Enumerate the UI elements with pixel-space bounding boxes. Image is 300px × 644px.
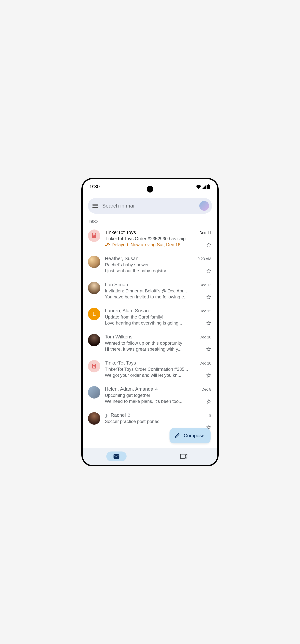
sender-name: Helen, Adam, Amanda4 xyxy=(105,386,158,392)
svg-marker-12 xyxy=(207,269,211,273)
email-list: TinkerTot ToysDec 11TinkerTot Toys Order… xyxy=(88,225,212,434)
email-date: Dec 10 xyxy=(199,361,211,366)
email-date: 9:23 AM xyxy=(198,257,211,261)
pencil-icon xyxy=(174,433,180,438)
email-date: Dec 12 xyxy=(199,309,211,313)
email-subject: Invitation: Dinner at Belotti's @ Dec Ap… xyxy=(105,288,211,294)
email-date: Dec 12 xyxy=(199,283,211,287)
email-date: Dec 10 xyxy=(199,335,211,339)
email-snippet: Hi there, it was great speaking with y..… xyxy=(105,346,205,352)
tab-meet[interactable] xyxy=(150,452,217,461)
svg-rect-3 xyxy=(92,233,93,234)
email-row[interactable]: TinkerTot ToysDec 11TinkerTot Toys Order… xyxy=(88,225,212,252)
cellular-icon xyxy=(202,184,206,189)
compose-button[interactable]: Compose xyxy=(169,428,211,444)
compose-label: Compose xyxy=(184,433,205,438)
truck-icon xyxy=(105,242,110,247)
svg-rect-25 xyxy=(114,454,119,459)
svg-rect-7 xyxy=(93,237,95,237)
email-snippet: You have been invited to the following e… xyxy=(105,294,205,300)
email-row[interactable]: Tom WilkensDec 10Wanted to follow up on … xyxy=(88,330,212,356)
reply-indicator-icon: ❯ xyxy=(105,413,108,418)
email-snippet: We need to make plans, it's been too... xyxy=(105,399,205,404)
email-date: Dec 11 xyxy=(199,231,211,235)
star-icon[interactable] xyxy=(206,268,211,273)
thread-count: 2 xyxy=(128,412,130,418)
sender-avatar[interactable] xyxy=(88,334,100,346)
sender-avatar[interactable] xyxy=(88,386,100,398)
sender-name: Tom Wilkens xyxy=(105,334,132,340)
svg-marker-22 xyxy=(207,373,211,377)
svg-rect-26 xyxy=(180,454,185,459)
email-snippet: Love hearing that everything is going... xyxy=(105,320,205,326)
svg-rect-0 xyxy=(207,185,210,189)
email-row[interactable]: LLauren, Alan, SusanDec 12Update from th… xyxy=(88,304,212,330)
wifi-icon xyxy=(196,184,201,189)
svg-rect-17 xyxy=(92,364,93,365)
svg-point-5 xyxy=(93,236,94,236)
thread-count: 4 xyxy=(155,386,158,392)
tab-mail[interactable] xyxy=(83,452,150,461)
sender-name: Lauren, Alan, Susan xyxy=(105,308,149,314)
email-subject: Soccer practice post-poned xyxy=(105,419,211,424)
mail-icon xyxy=(113,454,120,459)
email-row[interactable]: Heather, Susan9:23 AMRachel's baby showe… xyxy=(88,252,212,278)
email-subject: Update from the Carol family! xyxy=(105,314,211,320)
star-icon[interactable] xyxy=(206,399,211,404)
svg-marker-14 xyxy=(207,321,211,325)
email-subject: TinkerTot Toys Order #2352930 has ship..… xyxy=(105,236,211,241)
sender-name: Lori Simon xyxy=(105,282,128,288)
svg-marker-23 xyxy=(207,399,211,403)
star-icon[interactable] xyxy=(206,242,211,247)
svg-point-6 xyxy=(95,236,95,236)
section-label: Inbox xyxy=(89,219,212,224)
svg-rect-4 xyxy=(95,233,96,234)
email-subject: Upcoming get together xyxy=(105,393,211,398)
svg-marker-15 xyxy=(207,347,211,351)
sender-avatar[interactable] xyxy=(88,412,100,425)
email-row[interactable]: Helen, Adam, Amanda4Dec 8Upcoming get to… xyxy=(88,382,212,408)
star-icon[interactable] xyxy=(206,347,211,352)
svg-rect-18 xyxy=(95,364,96,365)
svg-point-19 xyxy=(93,366,94,367)
phone-frame: 9:30 Search in mail Inbox TinkerTot Toys… xyxy=(81,178,219,466)
svg-rect-21 xyxy=(93,367,95,368)
svg-point-9 xyxy=(106,245,107,246)
email-snippet: We got your order and will let you kn... xyxy=(105,372,205,378)
profile-avatar[interactable] xyxy=(199,201,209,211)
sender-avatar[interactable]: L xyxy=(88,308,100,320)
email-subject: Wanted to follow up on this opportunity xyxy=(105,340,211,346)
sender-avatar[interactable] xyxy=(88,360,100,372)
sender-name: ❯Rachel2 xyxy=(105,412,130,418)
email-date: Dec 8 xyxy=(202,387,211,392)
svg-marker-11 xyxy=(207,243,211,246)
star-icon[interactable] xyxy=(206,294,211,299)
svg-rect-2 xyxy=(92,234,96,238)
email-row[interactable]: TinkerTot ToysDec 10TinkerTot Toys Order… xyxy=(88,356,212,382)
svg-rect-16 xyxy=(92,365,96,368)
email-subject: Rachel's baby shower xyxy=(105,262,211,268)
svg-point-10 xyxy=(108,245,109,246)
svg-rect-1 xyxy=(208,184,209,185)
email-subject: TinkerTot Toys Order Confirmation #235..… xyxy=(105,366,211,372)
camera-cutout xyxy=(147,186,153,192)
svg-marker-13 xyxy=(207,295,211,299)
delivery-delay-notice: Delayed. Now arriving Sat, Dec 16 xyxy=(105,242,180,247)
menu-icon[interactable] xyxy=(92,204,98,208)
sender-avatar[interactable] xyxy=(88,256,100,268)
star-icon[interactable] xyxy=(206,320,211,326)
bottom-nav xyxy=(83,448,217,465)
star-icon[interactable] xyxy=(206,373,211,378)
battery-icon xyxy=(207,184,210,189)
search-placeholder: Search in mail xyxy=(102,203,195,209)
sender-name: TinkerTot Toys xyxy=(105,360,136,366)
sender-avatar[interactable] xyxy=(88,282,100,294)
sender-name: Heather, Susan xyxy=(105,256,138,262)
search-bar[interactable]: Search in mail xyxy=(88,198,212,214)
sender-name: TinkerTot Toys xyxy=(105,230,136,235)
svg-point-20 xyxy=(95,366,95,367)
email-row[interactable]: Lori SimonDec 12Invitation: Dinner at Be… xyxy=(88,278,212,304)
email-snippet: I just sent out the baby registry xyxy=(105,268,205,274)
sender-avatar[interactable] xyxy=(88,230,100,242)
svg-rect-8 xyxy=(105,243,108,245)
